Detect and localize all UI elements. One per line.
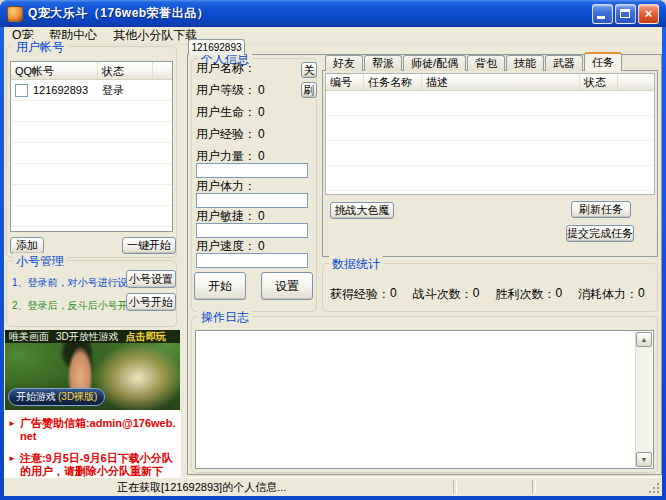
tasks-column-header[interactable]: 状态 bbox=[580, 74, 618, 90]
ad-banner[interactable]: 唯美画面 3D开放性游戏 点击即玩 开始游戏 (3D裸版) bbox=[5, 330, 180, 410]
account-row[interactable]: 121692893登录 bbox=[11, 80, 172, 101]
stat-value: 0 bbox=[390, 286, 397, 303]
scroll-down-icon[interactable]: ▼ bbox=[636, 452, 652, 467]
menu-bar: Q宠帮助中心其他小分队下载 bbox=[4, 27, 662, 45]
submit-tasks-button[interactable]: 提交完成任务 bbox=[566, 225, 634, 242]
start-all-button[interactable]: 一键开始 bbox=[122, 237, 176, 254]
profile-settings-button[interactable]: 设置 bbox=[261, 272, 313, 300]
profile-field-label: 用户等级： bbox=[196, 84, 256, 96]
notice-text: 广告赞助信箱:admin@176web.net bbox=[20, 417, 178, 443]
profile-field-value: 0 bbox=[258, 84, 265, 96]
accounts-list[interactable]: QQ帐号状态 121692893登录 bbox=[10, 61, 173, 232]
log-textarea[interactable]: ▲ ▼ bbox=[195, 330, 654, 469]
profile-field: 用户速度：0 bbox=[196, 240, 312, 252]
stat-label: 战斗次数： bbox=[413, 286, 473, 303]
tab-item-7[interactable]: 任务 bbox=[584, 52, 622, 71]
account-status: 登录 bbox=[98, 83, 153, 98]
challenge-boss-button[interactable]: 挑战大色魔 bbox=[330, 202, 394, 219]
profile-field-input[interactable] bbox=[196, 163, 308, 178]
window-title: Q宠大乐斗（176web荣誉出品） bbox=[28, 0, 209, 27]
notice-item: ►广告赞助信箱:admin@176web.net bbox=[8, 417, 179, 443]
tasks-column-filler bbox=[618, 74, 654, 90]
account-row-empty bbox=[11, 101, 172, 122]
stat-value: 0 bbox=[555, 286, 562, 303]
log-scrollbar[interactable]: ▲ ▼ bbox=[635, 332, 652, 467]
account-checkbox[interactable] bbox=[15, 84, 28, 97]
accounts-column-filler bbox=[153, 62, 172, 79]
account-qq: 121692893 bbox=[33, 84, 88, 96]
accounts-column-header[interactable]: QQ帐号 bbox=[11, 62, 98, 79]
profile-field-input[interactable] bbox=[196, 193, 308, 208]
tasks-column-header[interactable]: 描述 bbox=[422, 74, 580, 90]
account-row-empty bbox=[11, 164, 172, 185]
tab-item-2[interactable]: 帮派 bbox=[364, 55, 402, 71]
stats-group-title: 数据统计 bbox=[329, 256, 383, 273]
maximize-button[interactable] bbox=[615, 4, 636, 24]
profile-field-value: 0 bbox=[258, 240, 265, 252]
alt-start-button[interactable]: 小号开始 bbox=[126, 293, 176, 311]
profile-fields: 用户名称：用户等级：0用户生命：0用户经验：0用户力量：0用户体力：用户敏捷：0… bbox=[196, 62, 312, 268]
profile-field-input[interactable] bbox=[196, 223, 308, 238]
stat-label: 消耗体力： bbox=[578, 286, 638, 303]
tasks-column-header[interactable]: 任务名称 bbox=[364, 74, 422, 90]
profile-field-label: 用户速度： bbox=[196, 240, 256, 252]
minimize-icon bbox=[597, 16, 605, 19]
tasks-table[interactable]: 编号任务名称描述状态 bbox=[325, 73, 655, 195]
notices-panel: ►广告赞助信箱:admin@176web.net►注意:9月5日-9月6日下载小… bbox=[4, 410, 181, 477]
alt-instruction-1: 1、登录前，对小号进行设置 bbox=[12, 276, 138, 290]
app-icon bbox=[7, 6, 23, 22]
tasks-body bbox=[326, 91, 654, 195]
status-text: 正在获取[121692893]的个人信息... bbox=[117, 480, 286, 495]
close-button[interactable]: × bbox=[638, 4, 659, 24]
session-tab[interactable]: 121692893 bbox=[188, 39, 245, 55]
stats-row: 获得经验：0战斗次数：0胜利次数：0消耗体力：0 bbox=[330, 286, 645, 303]
tab-strip: 好友帮派师徒/配偶背包技能武器任务 bbox=[325, 52, 623, 71]
profile-field-label: 用户力量： bbox=[196, 150, 256, 162]
profile-field-value: 0 bbox=[258, 150, 265, 162]
tab-item-1[interactable]: 好友 bbox=[325, 55, 363, 71]
stat-label: 胜利次数： bbox=[495, 286, 555, 303]
title-bar[interactable]: Q宠大乐斗（176web荣誉出品） × bbox=[0, 0, 666, 27]
stat-item: 获得经验：0 bbox=[330, 286, 397, 303]
profile-start-button[interactable]: 开始 bbox=[194, 272, 246, 300]
accounts-list-header: QQ帐号状态 bbox=[11, 62, 172, 80]
refresh-tasks-button[interactable]: 刷新任务 bbox=[571, 201, 631, 218]
tab-item-6[interactable]: 武器 bbox=[545, 55, 583, 71]
task-row-empty bbox=[326, 91, 654, 116]
profile-field: 用户经验：0 bbox=[196, 128, 312, 140]
account-row-empty bbox=[11, 227, 172, 232]
accounts-group-title: 用户帐号 bbox=[13, 39, 67, 56]
profile-field: 用户敏捷：0 bbox=[196, 210, 312, 222]
resize-grip-icon[interactable] bbox=[649, 483, 660, 494]
accounts-list-body: 121692893登录 bbox=[11, 80, 172, 232]
tasks-column-header[interactable]: 编号 bbox=[326, 74, 364, 90]
ad-play-button[interactable]: 开始游戏 (3D裸版) bbox=[8, 388, 105, 406]
tab-item-4[interactable]: 背包 bbox=[467, 55, 505, 71]
account-row-empty bbox=[11, 206, 172, 227]
minimize-button[interactable] bbox=[592, 4, 613, 24]
tab-item-3[interactable]: 师徒/配偶 bbox=[403, 55, 466, 71]
add-account-button[interactable]: 添加 bbox=[10, 237, 44, 254]
status-divider bbox=[532, 480, 536, 494]
screen: Q宠大乐斗（176web荣誉出品） × Q宠帮助中心其他小分队下载 用户帐号 Q… bbox=[0, 0, 666, 500]
account-row-empty bbox=[11, 122, 172, 143]
alt-setup-button[interactable]: 小号设置 bbox=[126, 270, 176, 288]
profile-field-label: 用户名称： bbox=[196, 62, 256, 74]
alt-management-group-title: 小号管理 bbox=[13, 253, 67, 270]
profile-field: 用户力量：0 bbox=[196, 150, 312, 162]
stat-value: 0 bbox=[473, 286, 480, 303]
task-row-empty bbox=[326, 141, 654, 166]
stat-label: 获得经验： bbox=[330, 286, 390, 303]
tab-item-5[interactable]: 技能 bbox=[506, 55, 544, 71]
scroll-up-icon[interactable]: ▲ bbox=[636, 332, 652, 347]
profile-field-label: 用户生命： bbox=[196, 106, 256, 118]
ad-play-label: 开始游戏 bbox=[16, 390, 56, 404]
ad-caption-cta: 点击即玩 bbox=[126, 330, 166, 344]
profile-field-label: 用户体力： bbox=[196, 180, 256, 192]
account-cell-qq: 121692893 bbox=[11, 83, 98, 97]
profile-field-label: 用户经验： bbox=[196, 128, 256, 140]
profile-field: 用户等级：0 bbox=[196, 84, 312, 96]
task-row-empty bbox=[326, 191, 654, 195]
accounts-column-header[interactable]: 状态 bbox=[98, 62, 153, 79]
profile-field-input[interactable] bbox=[196, 253, 308, 268]
